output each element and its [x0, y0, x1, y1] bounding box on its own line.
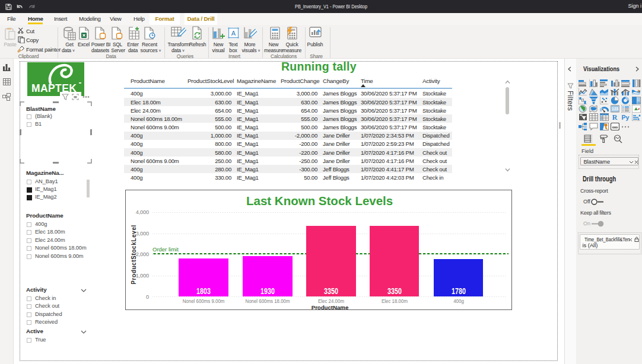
svg-text:R: R — [612, 113, 618, 121]
svg-text:123: 123 — [612, 107, 618, 111]
svg-text:Py: Py — [621, 113, 629, 120]
svg-text:A: A — [231, 30, 236, 37]
